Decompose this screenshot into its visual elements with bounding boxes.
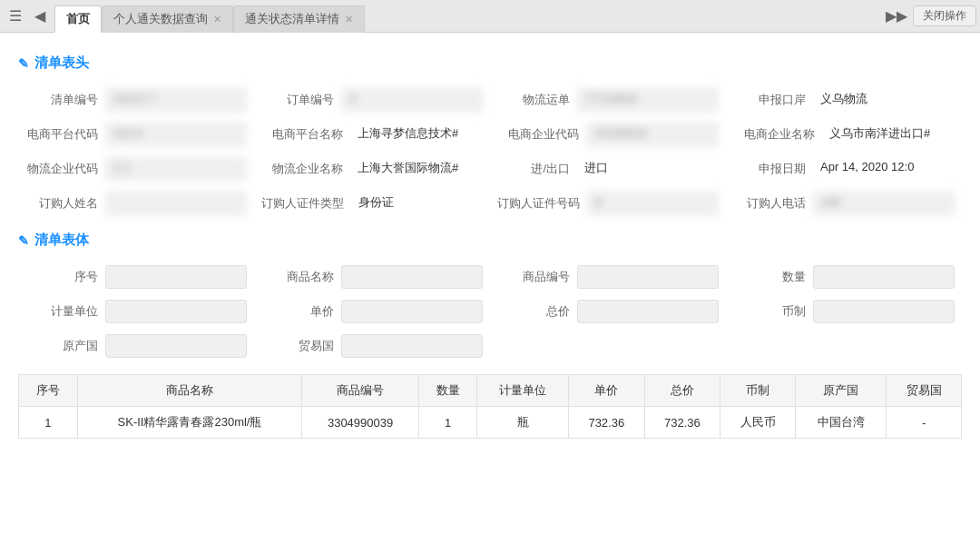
field-dinggou-zhengjian-leixing: 订购人证件类型 身份证	[254, 188, 490, 219]
body-label-bizhi: 币制	[733, 303, 806, 320]
tab-bar-right: ▶▶ 关闭操作	[880, 5, 976, 26]
body-field-shangpin-mingcheng: 商品名称	[254, 262, 490, 292]
label-jin-chukou: 进/出口	[497, 161, 570, 177]
body-value-bizhi	[813, 300, 955, 323]
table-cell-row0-col0: 1	[19, 407, 78, 439]
header-section-label: 清单表头	[34, 54, 89, 72]
table-cell-row0-col1: SK-II精华露青春露230ml/瓶	[77, 407, 302, 439]
main-content: ✎ 清单表头 清单编号 29222 7 订单编号 X 物流运单 77128002…	[0, 33, 980, 554]
tab-bar: ☰ ◀ 首页 个人通关数据查询 ✕ 通关状态清单详情 ✕ ▶▶ 关闭操作	[0, 0, 980, 33]
tab-detail-label: 通关状态清单详情	[245, 11, 339, 27]
nav-forward-button[interactable]: ▶▶	[880, 5, 913, 26]
body-value-xuhao	[105, 265, 247, 289]
body-value-maoyi-guo	[341, 334, 483, 358]
tab-detail[interactable]: 通关状态清单详情 ✕	[233, 5, 365, 33]
body-field-zongjia: 总价	[490, 296, 726, 327]
field-dianshang-pingtai-mingcheng: 电商平台名称 上海寻梦信息技术#	[254, 119, 490, 150]
body-edit-icon: ✎	[18, 233, 29, 248]
value-shenbao-riqi: Apr 14, 2020 12:0	[813, 157, 955, 181]
value-dianshang-qiye-mingcheng: 义乌市南洋进出口#	[822, 123, 955, 146]
value-wuliu-yunshu: 77128002	[577, 88, 719, 112]
label-qingdan-bianhao: 清单编号	[25, 92, 98, 108]
body-label-jiliang-danwei: 计量单位	[25, 303, 98, 320]
value-wuliu-qiye-daima: 3 2	[105, 157, 247, 181]
body-label-xuhao: 序号	[25, 269, 98, 285]
body-empty-1	[490, 331, 726, 361]
field-qingdan-bianhao: 清单编号 29222 7	[18, 84, 254, 115]
form-row-3: 物流企业代码 3 2 物流企业名称 上海大誉国际物流# 进/出口 进口 申报日期…	[18, 153, 962, 184]
field-dianshang-qiye-mingcheng: 电商企业名称 义乌市南洋进出口#	[726, 119, 962, 150]
body-label-yuanchan-guo: 原产国	[25, 338, 98, 354]
field-wuliu-qiye-mingcheng: 物流企业名称 上海大誉国际物流#	[254, 153, 490, 184]
body-section-title: ✎ 清单表体	[18, 232, 962, 249]
table-cell-row0-col8: 中国台湾	[795, 407, 886, 439]
body-label-shuliang: 数量	[733, 269, 806, 285]
col-header-bianhao: 商品编号	[302, 375, 418, 407]
label-dinggou-zhengjian-hao: 订购人证件号码	[497, 195, 580, 212]
field-wuliu-qiye-daima: 物流企业代码 3 2	[18, 153, 254, 184]
body-value-danjia	[341, 300, 483, 323]
body-field-danjia: 单价	[254, 296, 490, 327]
table-cell-row0-col2: 3304990039	[302, 407, 418, 439]
label-dinggou-zhengjian-leixing: 订购人证件类型	[261, 195, 344, 212]
table-header-row: 序号 商品名称 商品编号 数量 计量单位 单价 总价 币制 原产国 贸易国	[19, 375, 962, 407]
value-dinggou-dianhua: 185	[813, 192, 955, 215]
value-dianshang-pingtai-daima: 310 6	[105, 123, 247, 146]
col-header-mingcheng: 商品名称	[77, 375, 302, 407]
body-label-maoyi-guo: 贸易国	[261, 338, 334, 354]
form-row-4: 订购人姓名 订购人证件类型 身份证 订购人证件号码 8 订购人电话 185	[18, 188, 962, 219]
value-wuliu-qiye-mingcheng: 上海大誉国际物流#	[350, 157, 483, 181]
field-dianshang-pingtai-daima: 电商平台代码 310 6	[18, 119, 254, 150]
col-header-danjia: 单价	[568, 375, 644, 407]
label-dingdan-bianhao: 订单编号	[261, 92, 334, 108]
tab-home[interactable]: 首页	[54, 5, 102, 33]
col-header-zongjia: 总价	[644, 375, 720, 407]
label-dianshang-qiye-mingcheng: 电商企业名称	[733, 126, 815, 143]
body-value-jiliang-danwei	[105, 300, 247, 323]
body-value-shangpin-bianhao	[577, 265, 719, 289]
tab-home-label: 首页	[66, 11, 90, 27]
col-header-shuliang: 数量	[418, 375, 477, 407]
body-field-maoyi-guo: 贸易国	[254, 331, 490, 361]
body-empty-2	[726, 331, 962, 361]
field-dinggou-dianhua: 订购人电话 185	[726, 188, 962, 219]
field-dingdan-bianhao: 订单编号 X	[254, 84, 490, 115]
table-cell-row0-col3: 1	[418, 407, 477, 439]
tab-query-close[interactable]: ✕	[213, 14, 221, 25]
header-edit-icon: ✎	[18, 56, 29, 71]
col-header-danwei: 计量单位	[477, 375, 568, 407]
table-row: 1SK-II精华露青春露230ml/瓶33049900391瓶732.36732…	[19, 407, 962, 439]
field-dinggou-zhengjian-hao: 订购人证件号码 8	[490, 188, 726, 219]
label-dianshang-pingtai-mingcheng: 电商平台名称	[261, 126, 343, 143]
tab-nav-buttons: ☰ ◀	[4, 5, 51, 26]
label-shenbao-riqi: 申报日期	[733, 161, 806, 177]
nav-back-button[interactable]: ◀	[29, 5, 51, 26]
value-dingdan-bianhao: X	[341, 88, 483, 112]
body-field-xuhao: 序号	[18, 262, 254, 292]
value-dinggou-zhengjian-leixing: 身份证	[351, 192, 483, 215]
body-section-label: 清单表体	[34, 232, 89, 249]
value-dianshang-qiye-daima: 33189619	[586, 123, 719, 146]
body-label-shangpin-bianhao: 商品编号	[497, 269, 570, 285]
field-wuliu-yunshu: 物流运单 77128002	[490, 84, 726, 115]
tab-detail-close[interactable]: ✕	[345, 14, 353, 25]
label-dianshang-qiye-daima: 电商企业代码	[497, 126, 579, 143]
close-tab-button[interactable]: 关闭操作	[913, 5, 976, 26]
nav-menu-button[interactable]: ☰	[4, 5, 27, 26]
label-shenbao-kouang: 申报口岸	[733, 92, 806, 108]
body-field-shuliang: 数量	[726, 262, 962, 292]
col-header-maoyi: 贸易国	[887, 375, 962, 407]
col-header-bizhi: 币制	[720, 375, 796, 407]
field-jin-chukou: 进/出口 进口	[490, 153, 726, 184]
body-value-yuanchan-guo	[105, 334, 247, 358]
body-form-row-2: 计量单位 单价 总价 币制	[18, 296, 962, 327]
tab-query[interactable]: 个人通关数据查询 ✕	[102, 5, 233, 33]
label-wuliu-yunshu: 物流运单	[497, 92, 570, 108]
body-label-shangpin-mingcheng: 商品名称	[261, 269, 334, 285]
body-form-row-3: 原产国 贸易国	[18, 331, 962, 361]
tab-query-label: 个人通关数据查询	[113, 11, 208, 27]
field-shenbao-riqi: 申报日期 Apr 14, 2020 12:0	[726, 153, 962, 184]
body-value-shuliang	[813, 265, 955, 289]
field-dianshang-qiye-daima: 电商企业代码 33189619	[490, 119, 726, 150]
data-table: 序号 商品名称 商品编号 数量 计量单位 单价 总价 币制 原产国 贸易国 1S…	[18, 374, 962, 439]
